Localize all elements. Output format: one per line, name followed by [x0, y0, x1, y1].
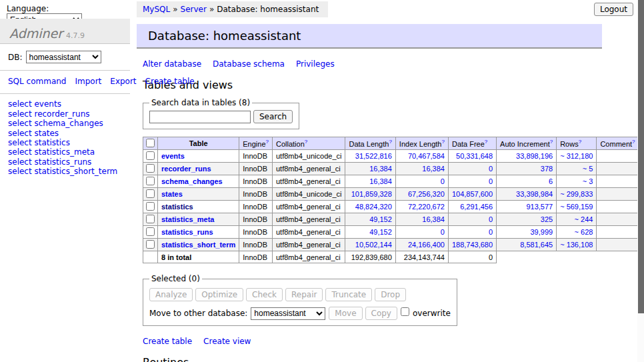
auto-increment-link[interactable]: 33,898,196: [516, 152, 553, 160]
row-checkbox[interactable]: [146, 240, 155, 249]
sidebar-link-import[interactable]: Import: [75, 77, 101, 86]
truncate-button[interactable]: Truncate: [325, 288, 372, 301]
copy-button[interactable]: Copy: [365, 307, 397, 320]
help-icon[interactable]: ?: [266, 139, 269, 145]
column-header-collation[interactable]: Collation?: [273, 137, 345, 150]
column-header-auto-increment[interactable]: Auto Increment?: [497, 137, 557, 150]
sidebar-link-export[interactable]: Export: [110, 77, 136, 86]
column-header-table[interactable]: Table: [158, 137, 239, 150]
auto-increment-link[interactable]: 913,577: [526, 203, 553, 211]
index-length-link[interactable]: 72,220,672: [408, 203, 445, 211]
index-length-link[interactable]: 16,384: [422, 215, 445, 223]
row-checkbox[interactable]: [146, 227, 155, 236]
help-icon[interactable]: ?: [441, 139, 444, 145]
scrollbar-thumb[interactable]: [638, 0, 644, 313]
data-length-link[interactable]: 49,152: [369, 215, 392, 223]
column-header-comment[interactable]: Comment?: [597, 137, 639, 150]
table-name-link[interactable]: statistics_runs: [161, 228, 213, 236]
sidebar-table-link[interactable]: select schema_changes: [8, 119, 103, 128]
auto-increment-link[interactable]: 325: [541, 215, 553, 223]
alter-database-link[interactable]: Alter database: [143, 59, 201, 69]
data-length-link[interactable]: 16,384: [369, 165, 392, 173]
index-length-link[interactable]: 16,384: [422, 165, 445, 173]
data-length-link[interactable]: 48,824,320: [355, 203, 392, 211]
help-icon[interactable]: ?: [305, 139, 307, 145]
data-free-link[interactable]: 6,291,456: [460, 203, 493, 211]
db-select[interactable]: homeassistant: [26, 51, 101, 63]
analyze-button[interactable]: Analyze: [149, 288, 193, 301]
create-view-link[interactable]: Create view: [203, 337, 251, 346]
column-header-index-length[interactable]: Index Length?: [395, 137, 448, 150]
row-checkbox[interactable]: [146, 189, 155, 198]
table-name-link[interactable]: statistics: [161, 203, 193, 211]
table-name-link[interactable]: statistics_meta: [161, 215, 215, 223]
brand-name[interactable]: Adminer: [9, 26, 63, 41]
repair-button[interactable]: Repair: [285, 288, 323, 301]
auto-increment-link[interactable]: 378: [541, 165, 553, 173]
help-icon[interactable]: ?: [389, 139, 391, 145]
row-checkbox[interactable]: [146, 177, 155, 185]
table-name-link[interactable]: states: [161, 190, 183, 198]
auto-increment-link[interactable]: 33,398,984: [516, 190, 553, 198]
index-length-link[interactable]: 67,256,320: [408, 190, 445, 198]
rows-link[interactable]: ~ 628: [575, 228, 593, 236]
help-icon[interactable]: ?: [632, 139, 635, 145]
sidebar-table-link[interactable]: select states: [8, 129, 59, 138]
data-free-link[interactable]: 0: [489, 215, 493, 223]
data-free-link[interactable]: 0: [489, 165, 493, 173]
table-name-link[interactable]: schema_changes: [161, 177, 223, 185]
sidebar-table-link[interactable]: select statistics: [8, 138, 70, 147]
data-length-link[interactable]: 31,522,816: [355, 152, 392, 160]
data-length-link[interactable]: 16,384: [369, 177, 392, 185]
logout-button[interactable]: Logout: [594, 3, 633, 16]
privileges-link[interactable]: Privileges: [296, 59, 335, 69]
auto-increment-link[interactable]: 39,999: [531, 228, 553, 236]
search-input[interactable]: [149, 111, 251, 123]
index-length-link[interactable]: 70,467,584: [408, 152, 445, 160]
breadcrumb-server-link[interactable]: Server: [181, 5, 207, 14]
database-schema-link[interactable]: Database schema: [213, 59, 285, 69]
data-free-link[interactable]: 0: [489, 228, 493, 236]
sidebar-table-link[interactable]: select statistics_runs: [8, 157, 91, 167]
auto-increment-link[interactable]: 8,581,645: [520, 241, 553, 249]
row-checkbox[interactable]: [146, 164, 155, 173]
column-header-rows[interactable]: Rows?: [557, 137, 597, 150]
help-icon[interactable]: ?: [550, 139, 553, 145]
column-header-data-free[interactable]: Data Free?: [448, 137, 496, 150]
row-checkbox[interactable]: [146, 202, 155, 211]
index-length-link[interactable]: 24,166,400: [408, 241, 445, 249]
index-length-link[interactable]: 0: [441, 228, 445, 236]
sidebar-link-create-table[interactable]: Create table: [145, 77, 195, 86]
data-length-link[interactable]: 49,152: [369, 228, 392, 236]
index-length-link[interactable]: 0: [441, 177, 445, 185]
help-icon[interactable]: ?: [579, 139, 581, 145]
rows-link[interactable]: ~ 299,833: [560, 190, 593, 198]
row-checkbox[interactable]: [146, 215, 155, 223]
data-length-link[interactable]: 101,859,328: [351, 190, 392, 198]
sidebar-table-link[interactable]: select statistics_meta: [8, 147, 95, 157]
create-table-link[interactable]: Create table: [143, 337, 192, 346]
overwrite-checkbox[interactable]: [401, 307, 409, 316]
move-db-select[interactable]: homeassistant: [251, 307, 325, 320]
sidebar-table-link[interactable]: select events: [8, 99, 61, 109]
rows-link[interactable]: ~ 136,108: [560, 241, 593, 249]
table-name-link[interactable]: recorder_runs: [161, 165, 211, 173]
move-button[interactable]: Move: [329, 307, 362, 320]
check-button[interactable]: Check: [246, 288, 283, 301]
data-free-link[interactable]: 104,857,600: [452, 190, 493, 198]
table-name-link[interactable]: statistics_short_term: [161, 241, 235, 249]
rows-link[interactable]: ~ 5: [583, 165, 593, 173]
sidebar-link-sql-command[interactable]: SQL command: [8, 77, 66, 86]
data-length-link[interactable]: 10,502,144: [355, 241, 392, 249]
rows-link[interactable]: ~ 312,180: [560, 152, 593, 160]
rows-link[interactable]: ~ 244: [575, 215, 593, 223]
optimize-button[interactable]: Optimize: [195, 288, 243, 301]
rows-link[interactable]: ~ 569,159: [560, 203, 593, 211]
row-checkbox[interactable]: [146, 151, 155, 160]
select-all-checkbox[interactable]: [146, 139, 155, 147]
help-icon[interactable]: ?: [485, 139, 487, 145]
breadcrumb-mysql-link[interactable]: MySQL: [143, 5, 170, 14]
sidebar-table-link[interactable]: select statistics_short_term: [8, 167, 117, 176]
drop-button[interactable]: Drop: [375, 288, 406, 301]
search-button[interactable]: Search: [253, 110, 293, 123]
